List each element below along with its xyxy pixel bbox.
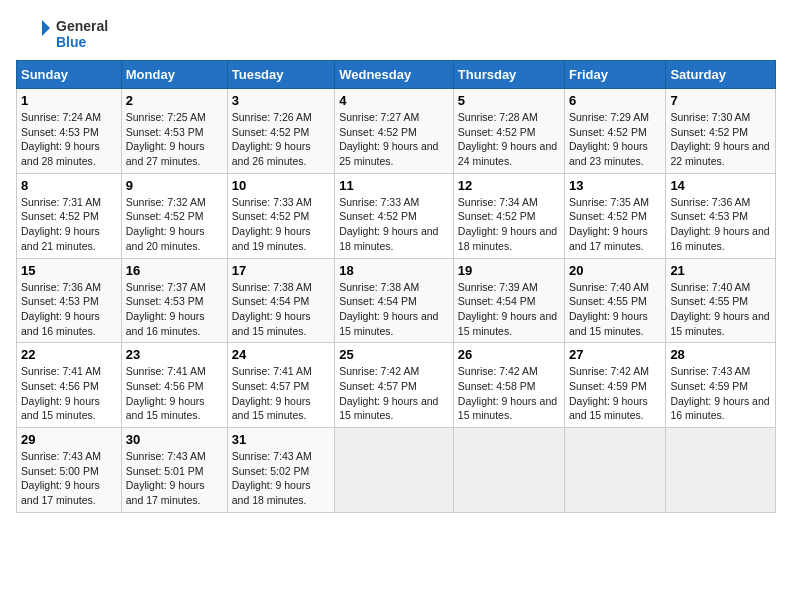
day-number: 5 (458, 93, 560, 108)
day-info: Sunrise: 7:30 AMSunset: 4:52 PMDaylight:… (670, 111, 769, 167)
day-info: Sunrise: 7:38 AMSunset: 4:54 PMDaylight:… (232, 281, 312, 337)
day-number: 14 (670, 178, 771, 193)
calendar-day-cell: 30 Sunrise: 7:43 AMSunset: 5:01 PMDaylig… (121, 428, 227, 513)
day-info: Sunrise: 7:24 AMSunset: 4:53 PMDaylight:… (21, 111, 101, 167)
day-info: Sunrise: 7:36 AMSunset: 4:53 PMDaylight:… (21, 281, 101, 337)
calendar-day-cell: 25 Sunrise: 7:42 AMSunset: 4:57 PMDaylig… (335, 343, 454, 428)
calendar-day-cell: 16 Sunrise: 7:37 AMSunset: 4:53 PMDaylig… (121, 258, 227, 343)
day-number: 22 (21, 347, 117, 362)
calendar-day-cell: 7 Sunrise: 7:30 AMSunset: 4:52 PMDayligh… (666, 89, 776, 174)
day-info: Sunrise: 7:27 AMSunset: 4:52 PMDaylight:… (339, 111, 438, 167)
day-info: Sunrise: 7:41 AMSunset: 4:56 PMDaylight:… (126, 365, 206, 421)
day-number: 17 (232, 263, 330, 278)
logo-line1: General (56, 18, 108, 34)
calendar-day-cell: 27 Sunrise: 7:42 AMSunset: 4:59 PMDaylig… (565, 343, 666, 428)
day-info: Sunrise: 7:40 AMSunset: 4:55 PMDaylight:… (670, 281, 769, 337)
header: General Blue (16, 16, 776, 52)
calendar-day-cell: 6 Sunrise: 7:29 AMSunset: 4:52 PMDayligh… (565, 89, 666, 174)
day-info: Sunrise: 7:29 AMSunset: 4:52 PMDaylight:… (569, 111, 649, 167)
day-info: Sunrise: 7:43 AMSunset: 5:01 PMDaylight:… (126, 450, 206, 506)
day-number: 6 (569, 93, 661, 108)
day-number: 9 (126, 178, 223, 193)
calendar-week-row: 15 Sunrise: 7:36 AMSunset: 4:53 PMDaylig… (17, 258, 776, 343)
day-number: 24 (232, 347, 330, 362)
day-number: 26 (458, 347, 560, 362)
calendar-week-row: 8 Sunrise: 7:31 AMSunset: 4:52 PMDayligh… (17, 173, 776, 258)
svg-rect-1 (18, 20, 40, 30)
calendar-day-cell: 15 Sunrise: 7:36 AMSunset: 4:53 PMDaylig… (17, 258, 122, 343)
calendar-day-cell: 20 Sunrise: 7:40 AMSunset: 4:55 PMDaylig… (565, 258, 666, 343)
calendar-week-row: 1 Sunrise: 7:24 AMSunset: 4:53 PMDayligh… (17, 89, 776, 174)
day-info: Sunrise: 7:37 AMSunset: 4:53 PMDaylight:… (126, 281, 206, 337)
calendar-day-cell: 5 Sunrise: 7:28 AMSunset: 4:52 PMDayligh… (453, 89, 564, 174)
day-number: 7 (670, 93, 771, 108)
calendar-day-cell: 21 Sunrise: 7:40 AMSunset: 4:55 PMDaylig… (666, 258, 776, 343)
day-info: Sunrise: 7:31 AMSunset: 4:52 PMDaylight:… (21, 196, 101, 252)
calendar-day-cell: 22 Sunrise: 7:41 AMSunset: 4:56 PMDaylig… (17, 343, 122, 428)
calendar-week-row: 29 Sunrise: 7:43 AMSunset: 5:00 PMDaylig… (17, 428, 776, 513)
day-info: Sunrise: 7:33 AMSunset: 4:52 PMDaylight:… (339, 196, 438, 252)
day-number: 23 (126, 347, 223, 362)
day-number: 28 (670, 347, 771, 362)
calendar-day-header: Friday (565, 61, 666, 89)
calendar-day-cell: 3 Sunrise: 7:26 AMSunset: 4:52 PMDayligh… (227, 89, 334, 174)
calendar-day-cell (666, 428, 776, 513)
day-number: 2 (126, 93, 223, 108)
day-number: 19 (458, 263, 560, 278)
calendar-header-row: SundayMondayTuesdayWednesdayThursdayFrid… (17, 61, 776, 89)
day-number: 27 (569, 347, 661, 362)
day-info: Sunrise: 7:43 AMSunset: 5:00 PMDaylight:… (21, 450, 101, 506)
day-info: Sunrise: 7:42 AMSunset: 4:57 PMDaylight:… (339, 365, 438, 421)
calendar-day-header: Wednesday (335, 61, 454, 89)
calendar-day-cell (335, 428, 454, 513)
day-info: Sunrise: 7:32 AMSunset: 4:52 PMDaylight:… (126, 196, 206, 252)
calendar-day-cell: 19 Sunrise: 7:39 AMSunset: 4:54 PMDaylig… (453, 258, 564, 343)
day-number: 1 (21, 93, 117, 108)
day-number: 20 (569, 263, 661, 278)
day-info: Sunrise: 7:33 AMSunset: 4:52 PMDaylight:… (232, 196, 312, 252)
calendar-day-cell (565, 428, 666, 513)
day-number: 16 (126, 263, 223, 278)
logo: General Blue (16, 16, 108, 52)
calendar-day-cell: 26 Sunrise: 7:42 AMSunset: 4:58 PMDaylig… (453, 343, 564, 428)
logo-line2: Blue (56, 34, 108, 50)
calendar-day-cell: 14 Sunrise: 7:36 AMSunset: 4:53 PMDaylig… (666, 173, 776, 258)
day-number: 30 (126, 432, 223, 447)
day-number: 13 (569, 178, 661, 193)
day-info: Sunrise: 7:41 AMSunset: 4:56 PMDaylight:… (21, 365, 101, 421)
calendar-day-cell: 18 Sunrise: 7:38 AMSunset: 4:54 PMDaylig… (335, 258, 454, 343)
calendar-day-cell: 12 Sunrise: 7:34 AMSunset: 4:52 PMDaylig… (453, 173, 564, 258)
day-number: 12 (458, 178, 560, 193)
calendar-body: 1 Sunrise: 7:24 AMSunset: 4:53 PMDayligh… (17, 89, 776, 513)
calendar-week-row: 22 Sunrise: 7:41 AMSunset: 4:56 PMDaylig… (17, 343, 776, 428)
calendar-day-cell: 8 Sunrise: 7:31 AMSunset: 4:52 PMDayligh… (17, 173, 122, 258)
calendar-day-header: Saturday (666, 61, 776, 89)
calendar-day-header: Tuesday (227, 61, 334, 89)
day-info: Sunrise: 7:41 AMSunset: 4:57 PMDaylight:… (232, 365, 312, 421)
day-number: 18 (339, 263, 449, 278)
day-info: Sunrise: 7:42 AMSunset: 4:59 PMDaylight:… (569, 365, 649, 421)
day-info: Sunrise: 7:40 AMSunset: 4:55 PMDaylight:… (569, 281, 649, 337)
day-info: Sunrise: 7:25 AMSunset: 4:53 PMDaylight:… (126, 111, 206, 167)
day-info: Sunrise: 7:43 AMSunset: 5:02 PMDaylight:… (232, 450, 312, 506)
calendar-day-cell: 24 Sunrise: 7:41 AMSunset: 4:57 PMDaylig… (227, 343, 334, 428)
calendar-day-header: Monday (121, 61, 227, 89)
day-number: 11 (339, 178, 449, 193)
day-info: Sunrise: 7:36 AMSunset: 4:53 PMDaylight:… (670, 196, 769, 252)
calendar-day-cell: 11 Sunrise: 7:33 AMSunset: 4:52 PMDaylig… (335, 173, 454, 258)
day-info: Sunrise: 7:38 AMSunset: 4:54 PMDaylight:… (339, 281, 438, 337)
calendar-day-cell (453, 428, 564, 513)
calendar-day-cell: 17 Sunrise: 7:38 AMSunset: 4:54 PMDaylig… (227, 258, 334, 343)
day-info: Sunrise: 7:42 AMSunset: 4:58 PMDaylight:… (458, 365, 557, 421)
calendar-day-cell: 1 Sunrise: 7:24 AMSunset: 4:53 PMDayligh… (17, 89, 122, 174)
calendar-day-cell: 28 Sunrise: 7:43 AMSunset: 4:59 PMDaylig… (666, 343, 776, 428)
calendar-table: SundayMondayTuesdayWednesdayThursdayFrid… (16, 60, 776, 513)
calendar-day-cell: 9 Sunrise: 7:32 AMSunset: 4:52 PMDayligh… (121, 173, 227, 258)
day-number: 15 (21, 263, 117, 278)
day-number: 31 (232, 432, 330, 447)
calendar-day-cell: 31 Sunrise: 7:43 AMSunset: 5:02 PMDaylig… (227, 428, 334, 513)
calendar-day-header: Thursday (453, 61, 564, 89)
day-info: Sunrise: 7:35 AMSunset: 4:52 PMDaylight:… (569, 196, 649, 252)
logo-icon (16, 16, 52, 52)
calendar-day-cell: 4 Sunrise: 7:27 AMSunset: 4:52 PMDayligh… (335, 89, 454, 174)
